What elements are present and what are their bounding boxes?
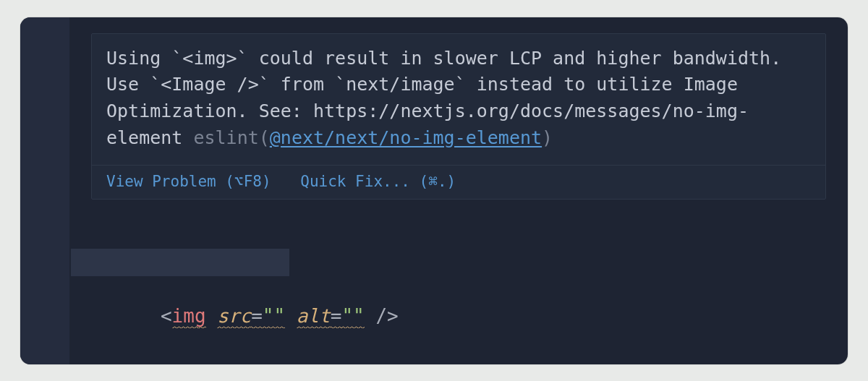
quick-fix-action[interactable]: Quick Fix... (⌘.) (300, 173, 456, 190)
editor-frame: Using `<img>` could result in slower LCP… (20, 17, 848, 364)
img-tag: img (172, 305, 206, 328)
code-area[interactable]: <img src="" alt="" /> <a href="/">home</… (20, 249, 848, 364)
alt-val: "" (341, 305, 364, 328)
view-problem-action[interactable]: View Problem (⌥F8) (106, 173, 271, 190)
eslint-rule-link[interactable]: @next/next/no-img-element (270, 127, 542, 148)
src-val: "" (263, 305, 285, 328)
alt-attr: alt (297, 305, 331, 328)
code-line-anchor[interactable]: <a href="/">home</a> (20, 357, 848, 364)
selfclose: /> (375, 305, 398, 327)
diagnostic-message: Using `<img>` could result in slower LCP… (92, 34, 825, 165)
eslint-source-label: eslint( (193, 127, 269, 148)
src-attr: src (217, 305, 251, 328)
code-line-img[interactable]: <img src="" alt="" /> (20, 249, 848, 358)
selection-highlight (71, 249, 289, 276)
close-paren: ) (542, 127, 553, 148)
diagnostic-actions: View Problem (⌥F8) Quick Fix... (⌘.) (92, 165, 825, 199)
diagnostic-hover-panel: Using `<img>` could result in slower LCP… (91, 33, 826, 200)
